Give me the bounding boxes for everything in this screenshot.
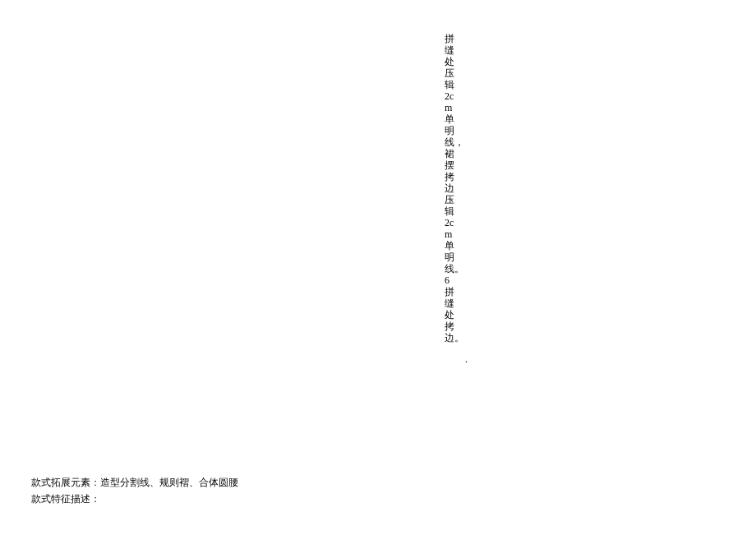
vertical-text-column-main: 拼缝处压辑2cm单明线，裙摆拷边压辑2cm单明线。6拼缝处拷边。: [445, 33, 456, 344]
vertical-text-column-mark: .: [465, 353, 477, 365]
style-description-line: 款式特征描述：: [31, 491, 238, 507]
style-expansion-label: 款式拓展元素：: [31, 477, 100, 488]
style-description-label: 款式特征描述：: [31, 493, 100, 505]
style-expansion-line: 款式拓展元素：造型分割线、规则褶、合体圆腰: [31, 474, 238, 491]
bottom-text-block: 款式拓展元素：造型分割线、规则褶、合体圆腰 款式特征描述：: [31, 474, 238, 507]
style-expansion-value: 造型分割线、规则褶、合体圆腰: [100, 477, 238, 488]
